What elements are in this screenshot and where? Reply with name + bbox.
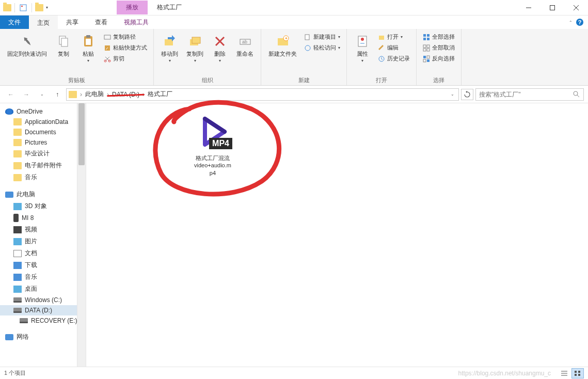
tree-onedrive[interactable]: OneDrive <box>0 106 77 117</box>
breadcrumb-folder[interactable]: 格式工厂 <box>146 90 174 99</box>
search-input[interactable] <box>479 91 573 98</box>
titlebar: ▾ 播放 格式工厂 <box>0 0 588 15</box>
navigation-tree[interactable]: OneDrive ApplicationData Documents Pictu… <box>0 103 77 367</box>
select-all-button[interactable]: 全部选择 <box>421 32 457 42</box>
tree-item[interactable]: 音乐 <box>0 171 77 183</box>
easy-access-button[interactable]: 轻松访问▾ <box>302 43 342 53</box>
pin-to-quick-access-button[interactable]: 固定到快速访问 <box>4 31 50 75</box>
tree-item[interactable]: Documents <box>0 127 77 137</box>
recent-dropdown[interactable]: ⌄ <box>35 88 49 101</box>
copy-path-button[interactable]: 复制路径 <box>102 32 149 42</box>
tree-this-pc[interactable]: 此电脑 <box>0 188 77 200</box>
copy-button[interactable]: 复制 <box>52 31 75 75</box>
easy-access-icon <box>304 44 311 52</box>
svg-rect-32 <box>427 34 430 37</box>
desktop-icon <box>13 286 22 293</box>
tab-file[interactable]: 文件 <box>0 15 29 29</box>
qat-new-folder-icon[interactable] <box>35 4 43 11</box>
tab-view[interactable]: 查看 <box>87 15 116 29</box>
paste-button[interactable]: 粘贴 ▾ <box>77 31 100 75</box>
tree-item[interactable]: 视频 <box>0 224 77 235</box>
maximize-button[interactable] <box>541 0 564 15</box>
file-thumbnail: MP4 <box>192 111 233 152</box>
tab-share[interactable]: 共享 <box>58 15 87 29</box>
group-label-select: 选择 <box>421 75 457 84</box>
folder-icon <box>13 118 22 125</box>
tree-item[interactable]: RECOVERY (E:) <box>0 315 77 326</box>
cut-button[interactable]: 剪切 <box>102 54 149 64</box>
history-button[interactable]: 历史记录 <box>376 54 412 64</box>
chevron-down-icon: ▾ <box>87 58 89 63</box>
ribbon-collapse-icon[interactable]: ⌃ <box>569 20 573 25</box>
open-button[interactable]: 打开▾ <box>376 32 412 42</box>
tree-item[interactable]: Windows (C:) <box>0 295 77 305</box>
breadcrumb[interactable]: › 此电脑 › DATA (D:) › 格式工厂 ⌄ <box>66 88 459 101</box>
file-item[interactable]: MP4 格式工厂混流 video+audio.m p4 <box>184 111 241 177</box>
invert-selection-button[interactable]: 反向选择 <box>421 54 457 64</box>
svg-rect-17 <box>165 39 173 45</box>
delete-button[interactable]: 删除▾ <box>209 31 231 75</box>
svg-rect-35 <box>423 45 426 48</box>
paste-shortcut-button[interactable]: 粘贴快捷方式 <box>102 43 149 53</box>
tree-item[interactable]: ApplicationData <box>0 117 77 127</box>
move-to-icon <box>162 33 178 50</box>
minimize-button[interactable] <box>517 0 541 15</box>
file-list[interactable]: MP4 格式工厂混流 video+audio.m p4 <box>86 103 588 367</box>
drive-icon <box>20 318 28 323</box>
properties-button[interactable]: 属性▾ <box>351 31 374 75</box>
breadcrumb-pc[interactable]: 此电脑 <box>83 90 106 99</box>
quick-access-toolbar: ▾ <box>0 3 50 13</box>
tree-item[interactable]: 电子邮件附件 <box>0 160 77 171</box>
tree-item[interactable]: MI 8 <box>0 212 77 224</box>
forward-button[interactable]: → <box>20 88 33 101</box>
move-to-button[interactable]: 移动到▾ <box>158 31 181 75</box>
icons-view-button[interactable] <box>571 368 584 378</box>
ribbon-group-clipboard: 固定到快速访问 复制 粘贴 ▾ 复制路径 粘贴快捷方式 剪切 剪贴板 <box>0 29 154 85</box>
tree-item[interactable]: 文档 <box>0 247 77 259</box>
tabs-right: ⌃ ? <box>569 15 588 29</box>
qat-dropdown-icon[interactable]: ▾ <box>44 5 50 10</box>
refresh-button[interactable] <box>461 89 473 100</box>
tree-item[interactable]: 3D 对象 <box>0 200 77 212</box>
new-folder-button[interactable]: ✦ 新建文件夹 <box>265 31 300 75</box>
tree-item[interactable]: 下载 <box>0 259 77 271</box>
tree-item[interactable]: 图片 <box>0 235 77 247</box>
tree-item[interactable]: 音乐 <box>0 271 77 283</box>
edit-button[interactable]: 编辑 <box>376 43 412 53</box>
group-label-clipboard: 剪贴板 <box>4 75 149 84</box>
back-button[interactable]: ← <box>4 88 18 101</box>
rename-button[interactable]: ab 重命名 <box>233 31 257 75</box>
copy-path-icon <box>104 34 111 41</box>
details-view-button[interactable] <box>558 368 570 378</box>
watermark: https://blog.csdn.net/shuangmu_c <box>458 370 551 377</box>
copy-to-button[interactable]: 复制到▾ <box>183 31 206 75</box>
help-icon[interactable]: ? <box>576 18 584 26</box>
folder-icon <box>13 162 22 169</box>
search-box[interactable] <box>475 88 584 101</box>
drive-icon <box>13 297 22 303</box>
tree-item[interactable]: 毕业设计 <box>0 148 77 160</box>
close-button[interactable] <box>564 0 588 15</box>
up-button[interactable]: ↑ <box>51 88 64 101</box>
breadcrumb-dropdown-icon[interactable]: ⌄ <box>451 92 454 97</box>
ribbon-tabs: 文件 主页 共享 查看 视频工具 ⌃ ? <box>0 15 588 29</box>
breadcrumb-drive[interactable]: DATA (D:) <box>110 91 141 98</box>
svg-rect-37 <box>423 49 426 51</box>
tree-item-selected[interactable]: DATA (D:) <box>0 305 77 315</box>
tab-home[interactable]: 主页 <box>29 15 58 29</box>
new-item-button[interactable]: 新建项目▾ <box>302 32 342 42</box>
document-icon <box>13 250 22 257</box>
group-label-new: 新建 <box>265 75 342 84</box>
tree-scrollbar[interactable] <box>77 103 86 367</box>
tree-network[interactable]: 网络 <box>0 331 77 343</box>
qat-properties-icon[interactable] <box>18 3 28 13</box>
scrollbar-thumb[interactable] <box>78 103 85 165</box>
svg-rect-36 <box>427 45 430 48</box>
select-none-button[interactable]: 全部取消 <box>421 43 457 53</box>
ribbon: 固定到快速访问 复制 粘贴 ▾ 复制路径 粘贴快捷方式 剪切 剪贴板 移动到 <box>0 29 588 86</box>
svg-rect-39 <box>423 56 426 58</box>
tab-video-tools[interactable]: 视频工具 <box>116 15 157 29</box>
tree-item[interactable]: 桌面 <box>0 283 77 295</box>
paste-shortcut-icon <box>104 44 111 52</box>
tree-item[interactable]: Pictures <box>0 137 77 148</box>
